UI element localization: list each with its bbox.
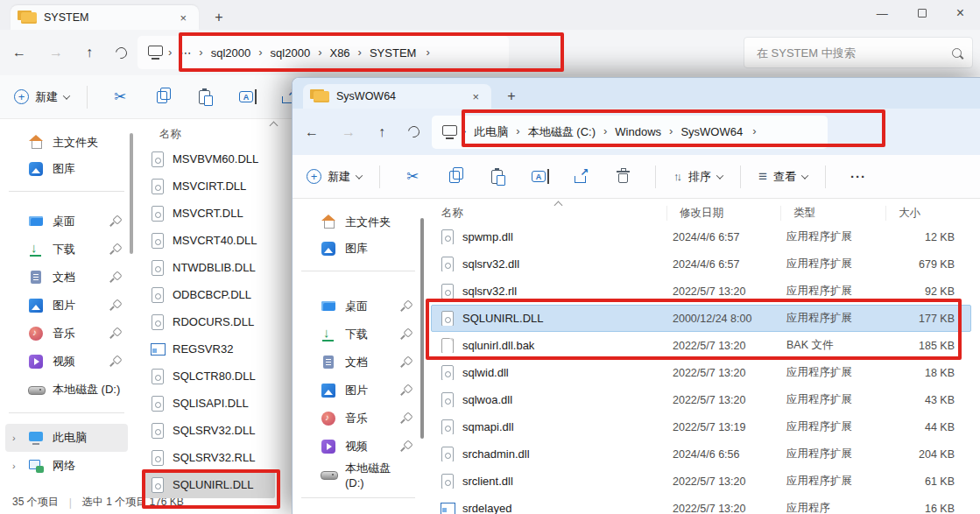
- file-row[interactable]: sqlwid.dll 2022/5/7 13:20 应用程序扩展 18 KB: [431, 359, 971, 386]
- rename-button[interactable]: A: [524, 162, 553, 192]
- breadcrumb-item[interactable]: 本地磁盘 (C:): [520, 124, 603, 140]
- copy-button[interactable]: [440, 162, 469, 192]
- column-header-date[interactable]: 修改日期: [666, 206, 780, 221]
- refresh-icon[interactable]: [405, 123, 421, 139]
- status-divider: |: [69, 496, 72, 509]
- file-row[interactable]: SQLCTR80.DLL: [142, 363, 275, 390]
- this-pc-icon[interactable]: [442, 125, 457, 136]
- breadcrumb-item[interactable]: ⋯: [172, 46, 199, 60]
- plus-circle-icon: +: [14, 89, 29, 104]
- back-button[interactable]: ←: [12, 45, 26, 60]
- file-row[interactable]: MSVCRT40.DLL: [142, 227, 275, 254]
- view-button[interactable]: ≡ 查看: [758, 169, 807, 185]
- back-button[interactable]: ←: [305, 124, 319, 140]
- cut-button[interactable]: ✂: [105, 82, 135, 112]
- sidebar-item[interactable]: › 下载: [5, 236, 128, 264]
- file-row[interactable]: RDOCURS.DLL: [142, 308, 275, 335]
- sidebar-item[interactable]: › 主文件夹: [298, 209, 419, 236]
- forward-button[interactable]: →: [342, 124, 356, 140]
- file-row[interactable]: SQLSRV32.RLL: [142, 444, 275, 471]
- file-name: REGSVR32: [173, 342, 233, 356]
- tab-syswow64[interactable]: SysWOW64 ×: [303, 84, 491, 109]
- file-row[interactable]: SQLUNIRL.DLL: [142, 471, 275, 498]
- breadcrumb-item[interactable]: SYSTEM: [362, 46, 424, 60]
- breadcrumb-item[interactable]: sql2000: [203, 46, 259, 60]
- sidebar-item[interactable]: › 图库: [298, 236, 419, 262]
- file-row[interactable]: sqlunirl.dll.bak 2022/5/7 13:20 BAK 文件 1…: [431, 332, 971, 359]
- file-row[interactable]: MSVCRT.DLL: [142, 200, 275, 227]
- maximize-button[interactable]: [918, 9, 927, 18]
- sort-button[interactable]: ↑↓ 排序: [673, 169, 723, 185]
- cut-button[interactable]: ✂: [398, 162, 427, 192]
- tab-close-icon[interactable]: ×: [176, 11, 190, 25]
- sidebar-item[interactable]: › 下载: [298, 320, 419, 349]
- new-button[interactable]: + 新建: [14, 89, 69, 105]
- sidebar-item[interactable]: › 图库: [5, 156, 128, 182]
- sidebar-item[interactable]: › 图片: [5, 292, 128, 320]
- paste-button[interactable]: [189, 82, 219, 112]
- file-row[interactable]: ODBCBCP.DLL: [142, 281, 275, 308]
- close-button[interactable]: ×: [956, 5, 964, 21]
- search-icon[interactable]: [952, 48, 962, 58]
- breadcrumb-item[interactable]: SysWOW64: [673, 125, 751, 138]
- refresh-icon[interactable]: [113, 45, 129, 60]
- sidebar-item[interactable]: › 本地磁盘 (D:): [5, 376, 128, 404]
- up-button[interactable]: ↑: [86, 45, 93, 60]
- up-button[interactable]: ↑: [378, 124, 385, 140]
- new-tab-button[interactable]: +: [208, 7, 230, 28]
- file-row[interactable]: sqlwoa.dll 2022/5/7 13:20 应用程序扩展 43 KB: [431, 386, 971, 413]
- column-header-size[interactable]: 大小: [885, 206, 980, 221]
- sidebar-item[interactable]: › 此电脑: [5, 424, 128, 452]
- file-row[interactable]: srclient.dll 2022/5/7 13:20 应用程序扩展 61 KB: [431, 468, 971, 495]
- new-tab-button[interactable]: +: [500, 86, 523, 107]
- file-row[interactable]: sqmapi.dll 2022/5/7 13:19 应用程序扩展 44 KB: [431, 413, 971, 440]
- file-row[interactable]: SQLISAPI.DLL: [142, 390, 275, 417]
- sidebar-item-label: 音乐: [345, 411, 368, 426]
- file-row[interactable]: SQLUNIRL.DLL 2000/12/24 8:00 应用程序扩展 177 …: [431, 305, 971, 332]
- minimize-button[interactable]: —: [877, 7, 888, 20]
- forward-button[interactable]: →: [49, 45, 63, 60]
- column-header-name[interactable]: 名称: [142, 123, 282, 145]
- tab-close-icon[interactable]: ×: [469, 90, 483, 103]
- new-button[interactable]: + 新建: [307, 169, 362, 185]
- this-pc-icon[interactable]: [148, 46, 163, 56]
- tab-system[interactable]: SYSTEM ×: [11, 5, 199, 30]
- share-button[interactable]: [566, 162, 596, 192]
- sidebar-item[interactable]: › 视频: [5, 348, 128, 376]
- more-options-button[interactable]: ···: [843, 162, 873, 192]
- sidebar-item[interactable]: › 桌面: [298, 292, 419, 320]
- breadcrumb-item[interactable]: 此电脑: [466, 124, 516, 140]
- chevron-expand-icon[interactable]: ›: [12, 461, 16, 471]
- file-row[interactable]: sqlsrv32.dll 2024/4/6 6:57 应用程序扩展 679 KB: [431, 250, 971, 278]
- file-row[interactable]: spwmp.dll 2024/4/6 6:57 应用程序扩展 12 KB: [431, 223, 971, 250]
- column-header-type[interactable]: 类型: [780, 206, 885, 221]
- breadcrumb-item[interactable]: X86: [321, 46, 357, 60]
- file-row[interactable]: srchadmin.dll 2024/4/6 6:56 应用程序扩展 204 K…: [431, 440, 971, 468]
- file-row[interactable]: REGSVR32: [142, 335, 275, 363]
- file-row[interactable]: MSVBVM60.DLL: [142, 145, 275, 173]
- search-input[interactable]: [755, 46, 952, 60]
- sidebar-item[interactable]: › 桌面: [5, 208, 128, 236]
- file-row[interactable]: NTWDBLIB.DLL: [142, 254, 275, 281]
- chevron-expand-icon[interactable]: ›: [12, 433, 16, 443]
- sidebar-item[interactable]: › 主文件夹: [5, 130, 128, 156]
- file-row[interactable]: sqlsrv32.rll 2022/5/7 13:20 应用程序扩展 92 KB: [431, 278, 971, 305]
- file-row[interactable]: srdelayed 2022/5/7 13:20 应用程序 16 KB: [431, 495, 971, 514]
- rename-button[interactable]: A: [231, 82, 261, 112]
- file-row[interactable]: MSVCIRT.DLL: [142, 173, 275, 200]
- sidebar-item[interactable]: › 音乐: [5, 320, 128, 348]
- breadcrumb-item[interactable]: sql2000: [263, 46, 319, 60]
- sidebar-item[interactable]: › 图片: [298, 377, 419, 405]
- sidebar-item[interactable]: › 音乐: [298, 405, 419, 433]
- sidebar-item[interactable]: › 视频: [298, 433, 419, 461]
- copy-button[interactable]: [147, 82, 177, 112]
- sidebar-item[interactable]: › 网络: [5, 452, 128, 480]
- sidebar-item[interactable]: › 本地磁盘 (D:): [298, 461, 419, 489]
- paste-button[interactable]: [482, 162, 511, 192]
- sidebar-item[interactable]: › 文档: [5, 264, 128, 292]
- column-header-name[interactable]: 名称: [424, 206, 666, 221]
- file-row[interactable]: SQLSRV32.DLL: [142, 417, 275, 444]
- sidebar-item[interactable]: › 文档: [298, 349, 419, 377]
- delete-button[interactable]: [608, 162, 638, 192]
- breadcrumb-item[interactable]: Windows: [607, 125, 669, 138]
